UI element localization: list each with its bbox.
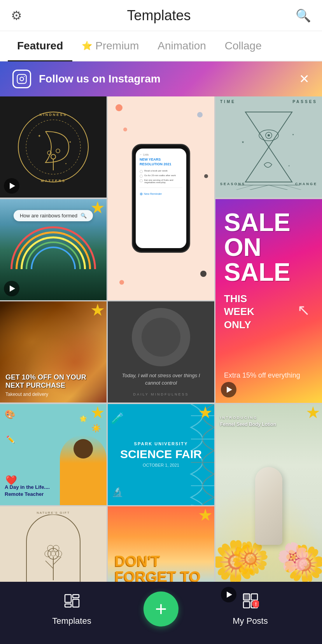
svg-text:★: ★ [242, 140, 244, 144]
svg-text:✦: ✦ [69, 140, 72, 144]
template-remote[interactable]: 🎨 ☀️ ✏️ ❤️ 🌟 A Day in the Life....Remote… [0, 404, 107, 506]
premium-badge-rest [199, 509, 212, 522]
food-offer: GET 10% OFF ON YOUR NEXT PURCHASE [5, 373, 101, 390]
play-button-rainbow[interactable] [4, 281, 19, 296]
mindfulness-tag: DAILY MINDFULNESS [133, 392, 189, 396]
svg-rect-40 [65, 595, 71, 602]
sale-extra: Extra 15% off everything [224, 371, 300, 380]
myposts-icon: ! [242, 592, 259, 613]
lotion-overlay: INTRODUCING Fennel Seed Body Lotion [220, 416, 276, 428]
svg-point-17 [268, 134, 270, 136]
tab-animation-label: Animation [158, 40, 206, 52]
svg-rect-45 [251, 594, 257, 600]
svg-point-3 [18, 112, 88, 182]
banner-text: Follow us on Instagram [39, 73, 161, 85]
science-university: SPARK UNIVERSITY [134, 441, 188, 446]
template-resolution[interactable]: ← Lists NEW YEARSRESOLUTION 2021 Read a … [108, 96, 214, 300]
tabs-bar: Featured ⭐ Premium Animation Collage [0, 31, 322, 61]
add-icon: + [155, 599, 167, 619]
banner-close-button[interactable]: ✕ [299, 72, 310, 86]
tab-premium-label: Premium [95, 40, 139, 52]
templates-nav-label: Templates [52, 616, 91, 626]
instagram-banner[interactable]: Follow us on Instagram ✕ [0, 61, 322, 96]
nav-templates[interactable]: Templates [0, 592, 144, 626]
svg-rect-41 [65, 604, 71, 607]
premium-badge-remote [91, 406, 104, 420]
svg-point-35 [51, 551, 56, 556]
svg-text:!: ! [255, 602, 257, 607]
svg-text:✦: ✦ [65, 163, 67, 165]
app-header: ⚙ Templates 🔍 [0, 0, 322, 31]
florist-top-text: NATURE'S GIFT [34, 511, 72, 514]
svg-line-33 [53, 557, 61, 565]
instagram-icon [12, 70, 31, 88]
play-button-lotion[interactable] [221, 587, 236, 602]
food-sub: Takeout and delivery [5, 392, 48, 397]
search-icon[interactable]: 🔍 [296, 8, 311, 23]
rainbow-search-text: How are rainbows formed [20, 213, 77, 219]
template-timepass[interactable]: TIME PASSES ★ ★ ★ [215, 96, 322, 198]
tab-premium[interactable]: ⭐ Premium [72, 31, 148, 61]
nav-myposts[interactable]: ! My Posts [178, 592, 322, 626]
lotion-name: Fennel Seed Body Lotion [220, 421, 276, 428]
settings-icon[interactable]: ⚙ [11, 8, 22, 23]
myposts-nav-label: My Posts [233, 616, 268, 626]
template-lotion[interactable]: 🌼 🌼 🌼 🌸 INTRODUCING Fennel Seed Body Lot… [215, 404, 322, 608]
svg-rect-42 [73, 595, 79, 598]
play-button-kindness[interactable] [4, 178, 19, 194]
science-date: OCTOBER 1, 2021 [143, 463, 179, 467]
sale-line2: ON [224, 235, 261, 260]
svg-rect-46 [243, 602, 250, 608]
templates-icon [63, 592, 80, 613]
svg-rect-44 [243, 594, 250, 600]
svg-text:KINDNESS: KINDNESS [40, 113, 67, 117]
sale-line1: SALE [224, 210, 290, 235]
sale-line3: SALE [224, 260, 290, 285]
premium-star-icon: ⭐ [82, 41, 92, 51]
svg-text:MATTERS: MATTERS [41, 179, 66, 183]
svg-point-1 [20, 77, 23, 80]
template-rainbow[interactable]: How are rainbows formed 🔍 [0, 199, 107, 301]
remote-text: A Day in the Life....Remote Teacher [5, 484, 50, 498]
play-button-sale[interactable] [221, 382, 236, 397]
template-food[interactable]: GET 10% OFF ON YOUR NEXT PURCHASE Takeou… [0, 301, 107, 403]
template-mindfulness[interactable]: Today, I will not stress over things I c… [108, 301, 214, 403]
svg-line-32 [46, 561, 53, 569]
template-grid: ✦ ✦ ✦ KINDNESS MATTERS ← Li [0, 96, 322, 644]
lotion-intro: INTRODUCING [220, 416, 276, 420]
svg-point-2 [24, 76, 24, 77]
svg-marker-14 [245, 112, 292, 182]
add-button[interactable]: + [144, 592, 178, 626]
svg-text:★: ★ [288, 164, 290, 167]
svg-rect-43 [73, 599, 79, 607]
svg-text:✦: ✦ [38, 134, 41, 138]
bottom-navigation: Templates + ! My Posts [0, 582, 322, 644]
mindfulness-quote: Today, I will not stress over things I c… [114, 372, 208, 387]
svg-point-8 [56, 149, 60, 153]
tab-featured[interactable]: Featured [8, 31, 72, 61]
tab-animation[interactable]: Animation [148, 31, 215, 61]
template-sale[interactable]: SALE ON SALE THISWEEKONLY ↖ Extra 15% of… [215, 199, 322, 403]
banner-left: Follow us on Instagram [12, 70, 161, 88]
template-science[interactable]: SPARK UNIVERSITY SCIENCE FAIR OCTOBER 1,… [108, 404, 214, 506]
page-title: Templates [22, 7, 296, 24]
svg-point-6 [51, 154, 56, 159]
tab-collage-label: Collage [225, 40, 262, 52]
svg-text:★: ★ [292, 133, 294, 136]
tab-collage[interactable]: Collage [215, 31, 271, 61]
nav-add[interactable]: + [144, 592, 178, 626]
tab-featured-label: Featured [17, 40, 63, 52]
template-kindness[interactable]: ✦ ✦ ✦ KINDNESS MATTERS [0, 96, 107, 198]
svg-rect-0 [17, 74, 26, 83]
